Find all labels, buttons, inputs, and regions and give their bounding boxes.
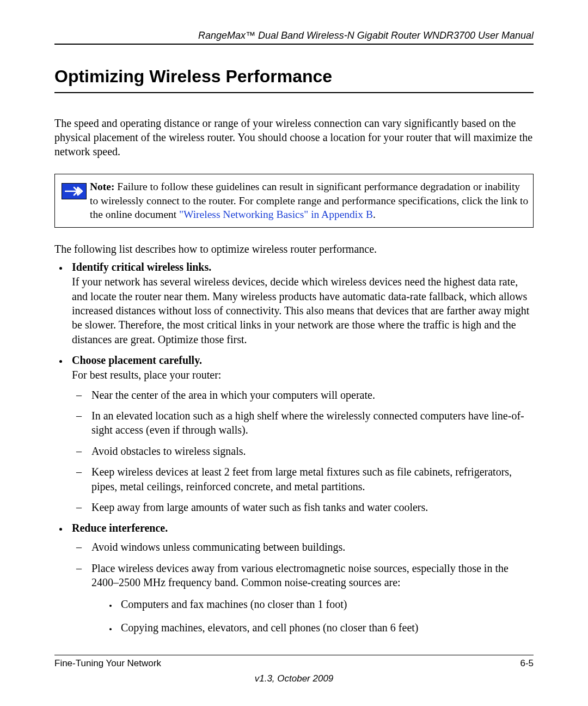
bullet-body: If your network has several wireless dev… — [72, 275, 534, 346]
intro-paragraph: The speed and operating distance or rang… — [54, 116, 534, 159]
bullet-body: For best results, place your router: — [72, 368, 534, 382]
sub-item: Avoid windows unless communicating betwe… — [87, 540, 534, 554]
main-bullet-list: Identify critical wireless links. If you… — [54, 261, 534, 635]
subsub-item: Computers and fax machines (no closer th… — [118, 597, 534, 611]
list-item: Choose placement carefully. For best res… — [69, 354, 534, 514]
bullet-title: Reduce interference. — [72, 522, 168, 534]
sub-item: Place wireless devices away from various… — [87, 561, 534, 635]
sub-list: Near the center of the area in which you… — [72, 388, 534, 515]
list-item: Identify critical wireless links. If you… — [69, 261, 534, 346]
header-doc-title: RangeMax™ Dual Band Wireless-N Gigabit R… — [54, 30, 534, 45]
sub-item: Near the center of the area in which you… — [87, 388, 534, 402]
sub-list: Avoid windows unless communicating betwe… — [72, 540, 534, 635]
footer-page-number: 6-5 — [520, 658, 534, 669]
sub-item: In an elevated location such as a high s… — [87, 409, 534, 437]
lead-in-text: The following list describes how to opti… — [54, 243, 534, 255]
sub-item: Keep away from large amounts of water su… — [87, 500, 534, 514]
footer-chapter: Fine-Tuning Your Network — [54, 658, 161, 669]
note-box: Note: Failure to follow these guidelines… — [54, 174, 534, 228]
note-icon-wrap — [58, 180, 90, 222]
page-footer: Fine-Tuning Your Network 6-5 v1.3, Octob… — [54, 655, 534, 684]
sub-item: Avoid obstacles to wireless signals. — [87, 444, 534, 458]
subsub-list: Computers and fax machines (no closer th… — [91, 597, 534, 635]
sub-item: Keep wireless devices at least 2 feet fr… — [87, 465, 534, 494]
subsub-item: Copying machines, elevators, and cell ph… — [118, 620, 534, 635]
bullet-title: Choose placement carefully. — [72, 354, 202, 366]
note-text-part2: . — [373, 209, 376, 220]
bullet-title: Identify critical wireless links. — [72, 261, 211, 273]
arrow-right-icon — [62, 183, 87, 199]
footer-version: v1.3, October 2009 — [54, 673, 534, 684]
note-link[interactable]: "Wireless Networking Basics" in Appendix… — [179, 209, 373, 220]
note-text: Note: Failure to follow these guidelines… — [90, 180, 529, 222]
note-label: Note: — [90, 181, 114, 192]
sub-item-text: Place wireless devices away from various… — [91, 562, 509, 588]
list-item: Reduce interference. Avoid windows unles… — [69, 522, 534, 635]
section-title: Optimizing Wireless Performance — [54, 66, 534, 93]
